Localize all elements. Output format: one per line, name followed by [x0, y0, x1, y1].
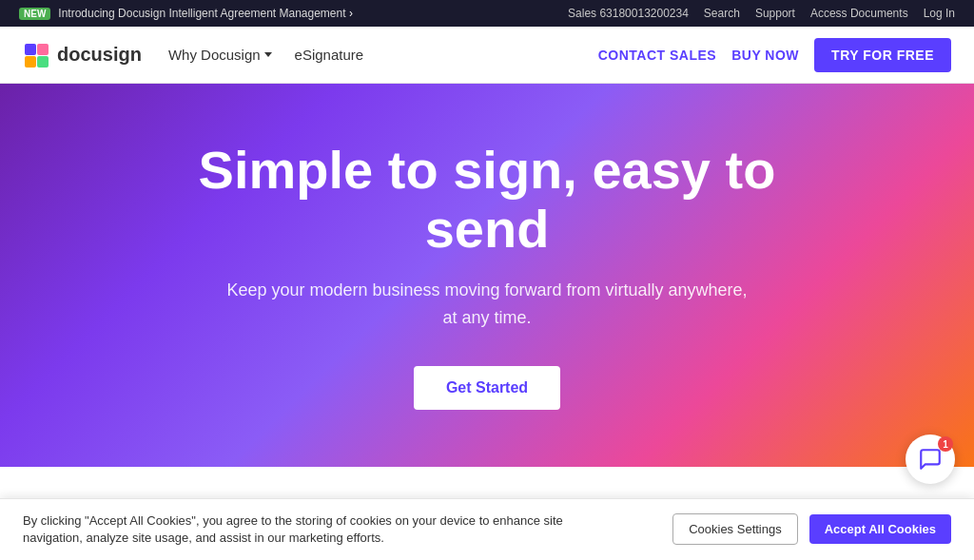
chat-badge-count: 1: [938, 436, 953, 452]
chat-icon: [918, 447, 943, 472]
contact-sales-link[interactable]: CONTACT SALES: [598, 48, 716, 63]
chevron-down-icon: [264, 52, 272, 57]
nav-why-docusign[interactable]: Why Docusign: [168, 47, 272, 63]
hero-section: Simple to sign, easy to send Keep your m…: [0, 84, 974, 467]
login-link[interactable]: Log In: [924, 7, 955, 20]
get-started-button[interactable]: Get Started: [414, 366, 560, 410]
svg-rect-1: [37, 44, 49, 55]
cookies-settings-button[interactable]: Cookies Settings: [672, 513, 798, 545]
hero-subtitle: Keep your modern business moving forward…: [221, 277, 753, 332]
access-documents-link[interactable]: Access Documents: [810, 7, 908, 20]
chat-bubble[interactable]: 1: [906, 434, 955, 484]
svg-rect-0: [25, 44, 36, 55]
svg-rect-2: [25, 56, 36, 68]
announcement-bar: NEW Introducing Docusign Intelligent Agr…: [0, 0, 974, 27]
buy-now-link[interactable]: BUY NOW: [731, 48, 799, 63]
navbar: docusign Why Docusign eSignature CONTACT…: [0, 27, 974, 84]
new-badge: NEW: [19, 8, 50, 20]
announcement-link[interactable]: ›: [349, 7, 353, 20]
announcement-text: Introducing Docusign Intelligent Agreeme…: [58, 7, 353, 20]
nav-right: CONTACT SALES BUY NOW TRY FOR FREE: [598, 38, 951, 72]
hero-title: Simple to sign, easy to send: [154, 141, 820, 258]
nav-links: Why Docusign eSignature: [168, 47, 363, 63]
logo-text: docusign: [57, 44, 142, 66]
announcement-right: Sales 63180013200234 Search Support Acce…: [568, 7, 955, 20]
logo[interactable]: docusign: [23, 42, 142, 68]
docusign-logo-icon: [23, 42, 49, 68]
search-link[interactable]: Search: [704, 7, 740, 20]
announcement-left: NEW Introducing Docusign Intelligent Agr…: [19, 7, 353, 20]
try-for-free-button[interactable]: TRY FOR FREE: [814, 38, 951, 72]
nav-esignature[interactable]: eSignature: [295, 47, 364, 63]
cookie-banner: By clicking "Accept All Cookies", you ag…: [0, 498, 974, 560]
sales-phone-link[interactable]: Sales 63180013200234: [568, 7, 689, 20]
support-link[interactable]: Support: [755, 7, 795, 20]
svg-rect-3: [37, 56, 49, 68]
cookie-text: By clicking "Accept All Cookies", you ag…: [23, 512, 575, 547]
accept-cookies-button[interactable]: Accept All Cookies: [809, 514, 951, 544]
nav-left: docusign Why Docusign eSignature: [23, 42, 363, 68]
cookie-actions: Cookies Settings Accept All Cookies: [672, 513, 951, 545]
